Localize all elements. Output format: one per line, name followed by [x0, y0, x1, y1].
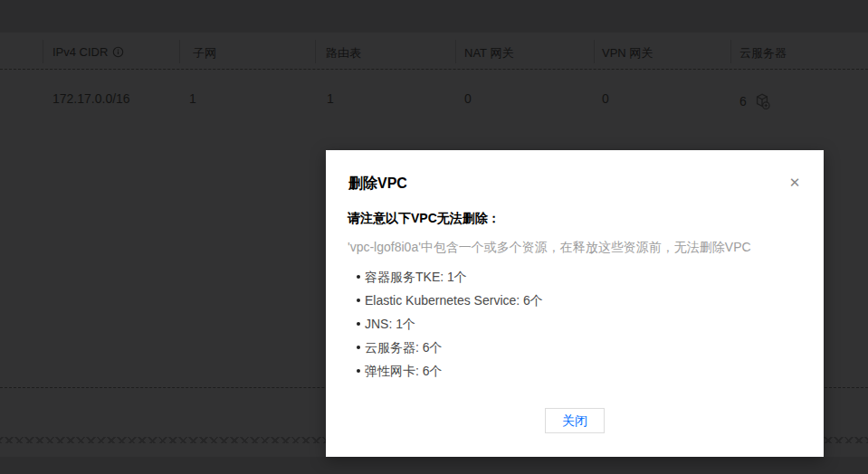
column-header-label: 子网 — [193, 45, 216, 62]
column-header-cvm: 云服务器 — [739, 45, 787, 62]
delete-vpc-dialog: 删除VPC ✕ 请注意以下VPC无法删除： 'vpc-lgof8i0a'中包含一… — [326, 150, 824, 457]
column-header-route-table: 路由表 — [326, 45, 361, 62]
table-header: IPv4 CIDR 子网 路由表 NAT 网关 VPN 网关 云服务器 — [0, 33, 868, 70]
dialog-notice: 请注意以下VPC无法删除： — [348, 211, 501, 226]
column-divider — [594, 40, 595, 63]
blocking-resource-list: 容器服务TKE: 1个 Elastic Kubernetes Service: … — [348, 265, 802, 383]
cell-subnet: 1 — [189, 91, 196, 106]
toolbar-strip — [0, 0, 868, 33]
column-divider — [43, 40, 43, 63]
info-icon[interactable] — [112, 46, 124, 58]
column-header-subnet: 子网 — [193, 45, 216, 62]
cell-cvm: 6 — [739, 91, 770, 110]
footer-strip — [0, 457, 868, 474]
create-cvm-icon[interactable] — [754, 91, 770, 110]
cell-ipv4-cidr: 172.17.0.0/16 — [52, 91, 130, 106]
column-divider — [315, 40, 316, 63]
column-header-label: 云服务器 — [739, 45, 787, 62]
column-header-label: VPN 网关 — [602, 45, 653, 62]
cvm-count: 6 — [739, 94, 747, 109]
column-header-ipv4-cidr: IPv4 CIDR — [52, 45, 124, 59]
resource-item: JNS: 1个 — [348, 312, 802, 336]
table-row: 172.17.0.0/16 1 1 0 0 6 — [0, 70, 868, 120]
dialog-footer: 关闭 — [326, 408, 824, 433]
resource-item: 弹性网卡: 6个 — [348, 359, 802, 383]
column-header-label: IPv4 CIDR — [52, 45, 108, 59]
column-header-vpn-gateway: VPN 网关 — [602, 45, 653, 62]
column-header-label: NAT 网关 — [464, 45, 513, 62]
column-divider — [730, 40, 731, 63]
cell-route-table: 1 — [327, 91, 334, 106]
close-button[interactable]: 关闭 — [545, 408, 605, 433]
vpc-list-page: IPv4 CIDR 子网 路由表 NAT 网关 VPN 网关 云服务器 172.… — [0, 0, 868, 474]
column-header-nat-gateway: NAT 网关 — [464, 45, 513, 62]
cell-nat-gateway: 0 — [464, 91, 472, 106]
dialog-title: 删除VPC — [348, 175, 407, 192]
resource-item: 云服务器: 6个 — [348, 336, 802, 359]
column-divider — [179, 40, 180, 63]
resource-item: 容器服务TKE: 1个 — [348, 265, 802, 289]
dialog-description: 'vpc-lgof8i0a'中包含一个或多个资源，在释放这些资源前，无法删除VP… — [348, 240, 802, 255]
cell-vpn-gateway: 0 — [602, 91, 609, 106]
close-icon[interactable]: ✕ — [787, 175, 803, 191]
column-divider — [455, 40, 456, 63]
resource-item: Elastic Kubernetes Service: 6个 — [348, 289, 802, 312]
column-header-label: 路由表 — [326, 45, 361, 62]
